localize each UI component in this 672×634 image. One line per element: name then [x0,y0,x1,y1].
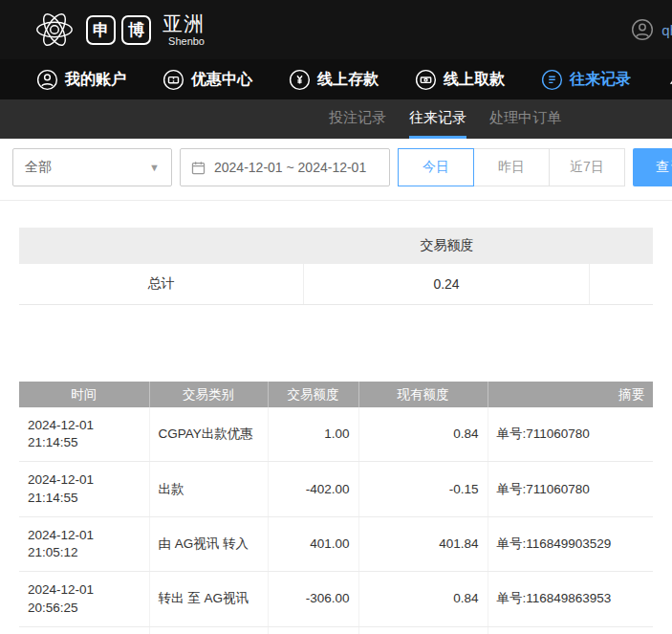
withdraw-icon [415,69,437,91]
filter-bar: 全部 ▼ 2024-12-01 ~ 2024-12-01 今日 昨日 近7日 查… [0,139,672,201]
table-cell: 单号:202412023797377007 [488,626,653,634]
table-row: 2024-12-01 21:05:12由 AG视讯 转入401.00401.84… [19,516,653,571]
user-account[interactable]: qh [631,18,672,41]
table-row: 2024-12-01 21:14:55CGPAY出款优惠1.000.84单号:7… [19,407,653,462]
table-cell: 2024-12-01 20:56:18 [19,626,149,634]
tab-processing-orders[interactable]: 处理中订单 [489,99,561,139]
date-range-input[interactable]: 2024-12-01 ~ 2024-12-01 [180,148,390,186]
search-button[interactable]: 查询 [633,148,672,186]
user-avatar-icon [631,18,654,41]
logo-char-bo: 博 [121,15,151,45]
table-cell: 2024-12-01 21:14:55 [19,462,149,516]
table-cell: CGPAY出款优惠 [149,407,268,462]
notifications-button[interactable] [667,69,672,91]
summary-total-value: 0.24 [304,264,590,304]
yesterday-button[interactable]: 昨日 [473,148,550,186]
calendar-icon [190,160,206,176]
table-header-row: 时间交易类别交易额度现有额度摘要 [19,382,653,407]
table-cell: -402.00 [268,462,358,516]
nav-item-my-account[interactable]: 我的账户 [36,69,126,91]
table-cell: 2024-12-01 20:56:25 [19,572,149,626]
table-body: 2024-12-01 21:14:55CGPAY出款优惠1.000.84单号:7… [19,407,653,634]
logo[interactable]: 申 博 亚洲 Shenbo [33,8,205,52]
nav-label: 线上取款 [444,70,505,90]
table-cell: 401.00 [268,516,358,571]
table-row: 2024-12-01 20:56:18CGPAY-CG钱包支付笔笔送优惠1.80… [19,626,653,634]
column-header: 交易额度 [268,382,358,407]
table-cell: 2024-12-01 21:05:12 [19,516,149,571]
flower-logo-icon [33,8,76,52]
table-cell: 401.84 [358,516,488,571]
top-header: 申 博 亚洲 Shenbo qh [0,0,672,59]
table-cell: 单号:711060780 [488,407,653,462]
summary-total-label: 总计 [19,264,304,304]
table-cell: 单号:711060780 [488,462,653,516]
table-cell: 由 AG视讯 转入 [149,516,268,571]
chevron-down-icon: ▼ [149,162,160,173]
nav-label: 往来记录 [570,70,631,90]
bell-icon [667,69,672,91]
table-cell: -306.00 [268,572,358,626]
type-dropdown[interactable]: 全部 ▼ [12,148,172,186]
summary-header-row: 交易额度 [19,228,653,264]
table-cell: CGPAY-CG钱包支付笔笔送优惠 [149,626,268,634]
table-cell: 1.00 [268,407,358,462]
table-cell: 2024-12-01 21:14:55 [19,407,149,462]
table-cell: 0.84 [358,572,488,626]
logo-shenbo-text: Shenbo [168,36,205,47]
table-cell: 0.84 [358,407,488,462]
tab-transaction-records[interactable]: 往来记录 [409,99,466,139]
nav-label: 线上存款 [317,70,379,90]
main-nav: 我的账户 优惠中心 线上存款 [0,59,672,99]
table-cell: -0.15 [358,462,488,516]
date-range-value: 2024-12-01 ~ 2024-12-01 [214,160,366,175]
table-cell: 1.80 [268,626,358,634]
quick-range-buttons: 今日 昨日 近7日 [398,148,625,186]
nav-item-promo-center[interactable]: 优惠中心 [163,69,252,91]
transactions-table: 时间交易类别交易额度现有额度摘要 2024-12-01 21:14:55CGPA… [19,382,653,634]
promo-icon [163,69,184,91]
nav-item-deposit[interactable]: 线上存款 [289,69,379,91]
page: 申 博 亚洲 Shenbo qh [0,0,672,634]
table-cell: 出款 [149,462,268,516]
nav-label: 优惠中心 [191,70,252,90]
column-header: 现有额度 [358,382,488,407]
logo-char-shen: 申 [86,15,116,45]
logo-characters: 申 博 [86,15,151,45]
tab-betting-records[interactable]: 投注记录 [329,99,386,139]
table-row: 2024-12-01 20:56:25转出 至 AG视讯-306.000.84单… [19,572,653,626]
username-text: qh [661,22,672,38]
nav-label: 我的账户 [65,70,126,90]
records-icon [541,69,563,91]
table-cell: 转出 至 AG视讯 [149,572,268,626]
table-cell: 306.84 [358,626,488,634]
logo-asia-text: 亚洲 [163,13,205,33]
last7days-button[interactable]: 近7日 [549,148,625,186]
nav-item-records[interactable]: 往来记录 [541,69,631,91]
summary-table: 交易额度 总计 0.24 [19,228,653,305]
column-header: 交易类别 [149,382,268,407]
summary-total-row: 总计 0.24 [19,264,653,305]
nav-item-withdraw[interactable]: 线上取款 [415,69,505,91]
account-icon [36,69,58,91]
deposit-icon [289,69,311,91]
today-button[interactable]: 今日 [398,148,474,186]
summary-header-title: 交易额度 [304,237,590,254]
table-cell: 单号:116849863953 [488,572,653,626]
summary-total-spacer [590,264,653,304]
table-row: 2024-12-01 21:14:55出款-402.00-0.15单号:7110… [19,462,653,516]
sub-nav: 投注记录 往来记录 处理中订单 [0,99,672,139]
column-header: 摘要 [488,382,653,407]
table-cell: 单号:116849903529 [488,516,653,571]
column-header: 时间 [19,382,149,407]
type-dropdown-value: 全部 [25,159,52,176]
logo-wordmark: 亚洲 Shenbo [163,13,205,47]
